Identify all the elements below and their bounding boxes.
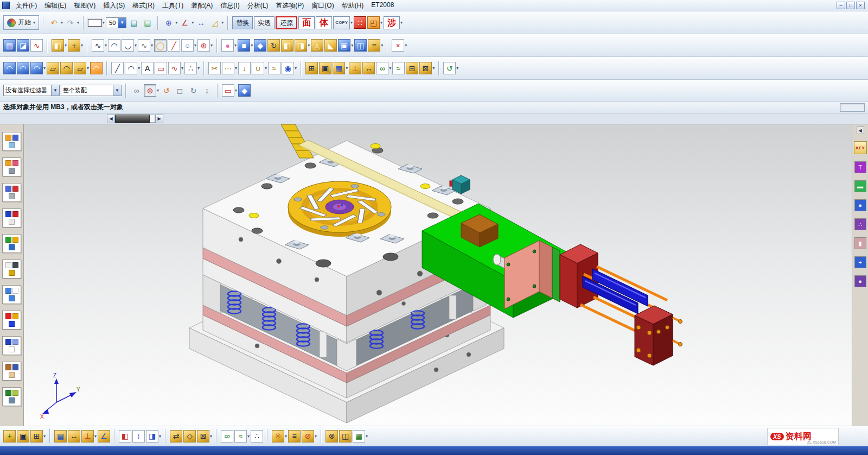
dropdown-arrow[interactable]: ▾ [81, 43, 83, 48]
update-session-icon[interactable]: ↺▾ [443, 62, 458, 74]
block-icon[interactable]: ■▾ [238, 39, 253, 52]
hammer-tool-icon[interactable]: T [854, 161, 866, 173]
dropdown-arrow[interactable]: ▾ [350, 20, 353, 25]
dropdown-arrow[interactable]: ▾ [105, 43, 107, 48]
point-icon[interactable]: ⊕▾ [197, 39, 213, 52]
face-button[interactable]: 面 [298, 16, 315, 29]
coordinate-triad[interactable]: Z Y X [40, 372, 80, 420]
dropdown-arrow[interactable]: ▾ [192, 20, 194, 25]
orient-view-icon[interactable]: ⊕▾ [162, 16, 177, 29]
arc-icon[interactable]: ◠ [108, 39, 120, 52]
dropdown-arrow[interactable]: ▾ [389, 66, 391, 71]
substitute-icon[interactable]: ⊠▾ [197, 430, 212, 443]
sketch-curve-icon[interactable]: ∿ [30, 39, 43, 52]
project-curve-icon[interactable]: ↓ [238, 62, 251, 74]
thread-icon[interactable]: ≡▾ [368, 39, 383, 52]
dropdown-arrow[interactable]: ▾ [221, 20, 224, 25]
make-unique-icon[interactable]: ◇ [183, 430, 196, 443]
datum-plane-icon[interactable]: ◧▾ [52, 39, 67, 52]
chain-links-icon[interactable]: ∞ [130, 84, 143, 97]
measure-distance-icon[interactable]: ↔ [195, 16, 207, 29]
round-tool-icon[interactable]: ● [854, 275, 866, 287]
dropdown-arrow[interactable]: ▾ [87, 66, 89, 71]
copy-mode-button[interactable]: COPY▾ [333, 16, 353, 29]
dropdown-arrow[interactable]: ▾ [251, 43, 253, 48]
dropdown-arrow[interactable]: ▾ [159, 434, 161, 439]
styled-sweep-icon[interactable]: ◠ [90, 62, 103, 74]
rectangle-icon[interactable]: ▭ [155, 62, 167, 74]
restore-button[interactable]: □ [846, 2, 855, 9]
reverse-direction-icon[interactable]: ↺ [160, 84, 173, 97]
mating-conditions-icon[interactable]: ⊥ [349, 62, 361, 74]
dropdown-arrow[interactable]: ▾ [432, 66, 435, 71]
sphere-tool-icon[interactable]: ● [854, 199, 866, 211]
layer-category-icon[interactable]: ▤ [141, 16, 154, 29]
chamfer-icon[interactable]: ◣ [324, 39, 337, 52]
molecule-icon[interactable]: ∴ [854, 218, 866, 230]
dropdown-arrow[interactable]: ▾ [285, 434, 287, 439]
show-constraints-icon[interactable]: ∠ [98, 430, 110, 443]
dropdown-arrow[interactable]: ▾ [351, 43, 353, 48]
menu-preferences[interactable]: 首选项(P) [272, 1, 308, 11]
restore-button[interactable]: 还原 [276, 16, 297, 29]
combo-arrow[interactable]: ▼ [113, 85, 121, 96]
key-tile[interactable]: KEY [854, 141, 867, 154]
menu-insert[interactable]: 插入(S) [99, 1, 129, 11]
dropdown-arrow[interactable]: ▾ [295, 66, 297, 71]
extrude-icon[interactable]: ◆ [254, 39, 266, 52]
redo-icon[interactable]: ↷▾ [64, 16, 79, 29]
selection-scope-combo[interactable]: 整个装配▼ [61, 85, 122, 96]
conic-icon[interactable]: ◡▾ [122, 39, 137, 52]
profile-line-icon[interactable]: ╱ [111, 62, 124, 74]
xform-icon[interactable]: ⊠▾ [419, 62, 435, 74]
capsule-icon[interactable]: ▬ [854, 180, 866, 192]
menu-view[interactable]: 视图(V) [70, 1, 99, 11]
line-icon[interactable]: ╱ [168, 39, 180, 52]
cylinder-end-plate[interactable] [635, 306, 682, 365]
dropdown-arrow[interactable]: ▾ [138, 66, 140, 71]
circle-icon[interactable]: ○▾ [181, 39, 196, 52]
text-icon[interactable]: A [141, 62, 154, 74]
viewport-3d[interactable]: Z Y X [24, 124, 852, 426]
promote-body-icon[interactable]: ⊟ [406, 62, 418, 74]
explode-icon[interactable]: ※▾ [272, 430, 287, 443]
translucency-button[interactable]: 实透 [254, 16, 275, 29]
pattern-component-icon[interactable]: ▦ [54, 430, 67, 443]
dropdown-arrow[interactable]: ▾ [400, 20, 403, 25]
sketch-navigator-icon[interactable] [2, 336, 21, 355]
menu-help[interactable]: 帮助(H) [338, 1, 368, 11]
work-layer-spinner[interactable]: 50▼ [106, 17, 126, 28]
combo-arrow[interactable]: ▼ [51, 85, 59, 96]
face-blend-icon[interactable]: ◠ [60, 62, 73, 74]
app-icon[interactable] [2, 2, 10, 9]
scroll-track[interactable] [150, 115, 155, 123]
assembly-navigator-icon[interactable] [2, 132, 21, 151]
scroll-thumb[interactable] [115, 115, 150, 123]
link-ring-icon[interactable]: ◯ [154, 39, 167, 52]
datum-plus-icon[interactable]: + [854, 256, 866, 268]
dropdown-arrow[interactable]: ▾ [77, 20, 79, 25]
ring-gear-assembly[interactable] [288, 181, 391, 237]
dropdown-arrow[interactable]: ▾ [181, 66, 183, 71]
new-parent-icon[interactable]: ⊞▾ [30, 430, 46, 443]
snap-point-icon[interactable]: ⊕▾ [144, 84, 159, 97]
marquee-select-icon[interactable]: ▭▾ [222, 84, 237, 97]
ruled-surface-icon[interactable]: ◠ [3, 62, 16, 74]
sphere-icon[interactable]: ●▾ [221, 39, 237, 52]
menu-format[interactable]: 格式(R) [129, 1, 158, 11]
swept-icon[interactable]: ◠▾ [30, 62, 46, 74]
dice-icon[interactable]: ∷ [354, 16, 366, 29]
history-icon[interactable] [2, 260, 21, 279]
operation-navigator-icon[interactable] [2, 234, 21, 253]
dropdown-arrow[interactable]: ▾ [65, 43, 67, 48]
dropdown-arrow[interactable]: ▾ [381, 43, 383, 48]
dropdown-arrow[interactable]: ▾ [380, 20, 382, 25]
scroll-right-arrow[interactable]: ▶ [155, 115, 163, 123]
shaded-cube-icon[interactable]: ◆ [238, 84, 251, 97]
new-component-icon[interactable]: ▣ [17, 430, 29, 443]
start-button[interactable]: 开始▾ [3, 15, 39, 30]
dropdown-arrow[interactable]: ▾ [157, 88, 159, 93]
layer-settings-icon[interactable]: ▤ [127, 16, 140, 29]
menu-assemblies[interactable]: 装配(A) [187, 1, 216, 11]
dropdown-arrow[interactable]: ▾ [315, 434, 317, 439]
